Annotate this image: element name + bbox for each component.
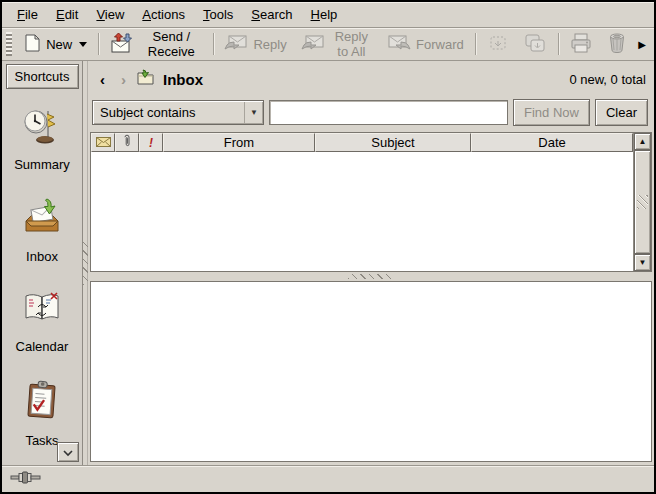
preview-pane[interactable]: [90, 281, 652, 462]
column-date[interactable]: Date: [471, 133, 633, 152]
new-button-label: New: [46, 37, 72, 52]
clear-button[interactable]: Clear: [595, 99, 648, 126]
forward-icon: [387, 33, 411, 56]
back-button[interactable]: ‹: [94, 72, 111, 87]
preview-splitter[interactable]: [88, 272, 654, 281]
sidebar-splitter[interactable]: [83, 61, 88, 465]
menu-edit[interactable]: Edit: [47, 4, 87, 25]
new-message-icon: [23, 33, 41, 56]
reply-label: Reply: [253, 37, 286, 52]
sidebar-item-tasks[interactable]: Tasks: [21, 379, 63, 448]
forward-nav-button[interactable]: ›: [115, 72, 132, 87]
message-list: ! From Subject Date ▲ ▼: [90, 132, 652, 272]
chevron-down-icon: [63, 445, 73, 460]
scroll-up-button[interactable]: ▲: [634, 133, 651, 150]
inbox-icon: [20, 197, 64, 243]
toolbar-separator: [98, 33, 99, 55]
print-button[interactable]: [562, 29, 600, 59]
splitter-grip: [348, 274, 394, 279]
menu-help[interactable]: Help: [302, 4, 347, 25]
combo-arrow-icon: ▼: [244, 102, 263, 123]
trash-icon: [607, 32, 627, 57]
column-priority[interactable]: !: [139, 133, 163, 152]
toolbar-overflow-arrow-icon[interactable]: ▶: [634, 39, 650, 50]
forward-label: Forward: [416, 37, 464, 52]
calendar-icon: [20, 289, 64, 333]
search-input[interactable]: [269, 100, 508, 125]
sidebar-item-label: Inbox: [26, 249, 58, 264]
shortcuts-sidebar: Shortcuts: [2, 61, 83, 465]
print-icon: [569, 32, 593, 57]
priority-icon: !: [149, 136, 153, 150]
toolbar: New Send / Receive: [2, 28, 654, 61]
column-from[interactable]: From: [163, 133, 315, 152]
content-area: ‹ › Inbox 0 new, 0 total Subject contain…: [88, 61, 654, 465]
message-list-header: ! From Subject Date: [91, 133, 633, 152]
scroll-down-button[interactable]: ▼: [634, 254, 651, 271]
folder-header: ‹ › Inbox 0 new, 0 total: [88, 61, 654, 97]
folder-message-count: 0 new, 0 total: [569, 72, 646, 87]
reply-to-all-button[interactable]: Reply to All: [294, 29, 380, 59]
envelope-icon: [96, 135, 111, 150]
toolbar-grip[interactable]: [6, 32, 12, 56]
folder-title: Inbox: [163, 71, 203, 88]
splitter-grip: [83, 241, 88, 285]
toolbar-separator: [558, 33, 559, 55]
menu-tools[interactable]: Tools: [194, 4, 242, 25]
message-list-body[interactable]: [91, 152, 633, 271]
find-now-button[interactable]: Find Now: [513, 99, 590, 126]
send-receive-button[interactable]: Send / Receive: [103, 29, 209, 59]
online-status-icon[interactable]: [10, 470, 44, 488]
sidebar-item-calendar[interactable]: Calendar: [16, 289, 69, 354]
scrollbar-thumb-grip: [637, 195, 648, 209]
summary-clock-icon: [21, 105, 63, 151]
menu-view[interactable]: View: [87, 4, 133, 25]
send-receive-label: Send / Receive: [141, 29, 202, 59]
move-to-folder-icon: [487, 33, 509, 56]
main-area: Shortcuts: [2, 61, 654, 465]
menu-bar: File Edit View Actions Tools Search Help: [2, 2, 654, 28]
chevron-down-icon: [79, 42, 87, 47]
search-criteria-value: Subject contains: [100, 105, 195, 120]
shortcut-items: Summary Inbox: [14, 89, 70, 448]
new-button[interactable]: New: [16, 29, 94, 59]
copy-to-folder-icon: [523, 33, 547, 56]
evolution-window: File Edit View Actions Tools Search Help…: [0, 0, 656, 494]
sidebar-item-label: Tasks: [25, 433, 58, 448]
delete-button[interactable]: [600, 29, 634, 59]
search-criteria-dropdown[interactable]: Subject contains ▼: [92, 100, 264, 125]
forward-button[interactable]: Forward: [380, 29, 471, 59]
column-attachment[interactable]: [115, 133, 139, 152]
status-bar: [2, 465, 654, 492]
sidebar-item-summary[interactable]: Summary: [14, 105, 70, 172]
paperclip-icon: [123, 134, 131, 151]
reply-all-icon: [301, 33, 325, 56]
message-list-scrollbar: ▲ ▼: [633, 133, 651, 271]
sidebar-item-inbox[interactable]: Inbox: [20, 197, 64, 264]
move-to-folder-button[interactable]: [480, 29, 516, 59]
tasks-icon: [21, 379, 63, 427]
sidebar-scroll-down-button[interactable]: [57, 442, 79, 462]
send-receive-icon: [110, 32, 136, 57]
menu-file[interactable]: File: [8, 4, 47, 25]
scrollbar-thumb[interactable]: [634, 150, 651, 254]
sidebar-item-label: Summary: [14, 157, 70, 172]
reply-all-label: Reply to All: [330, 29, 373, 59]
folder-icon: [136, 69, 155, 90]
menu-search[interactable]: Search: [242, 4, 301, 25]
menu-actions[interactable]: Actions: [133, 4, 194, 25]
shortcuts-group-button[interactable]: Shortcuts: [6, 64, 79, 89]
search-bar: Subject contains ▼ Find Now Clear: [88, 97, 654, 132]
toolbar-separator: [475, 33, 476, 55]
column-message-status[interactable]: [91, 133, 115, 152]
reply-button[interactable]: Reply: [217, 29, 293, 59]
sidebar-item-label: Calendar: [16, 339, 69, 354]
reply-icon: [224, 33, 248, 56]
copy-to-folder-button[interactable]: [516, 29, 554, 59]
column-subject[interactable]: Subject: [315, 133, 471, 152]
toolbar-separator: [213, 33, 214, 55]
